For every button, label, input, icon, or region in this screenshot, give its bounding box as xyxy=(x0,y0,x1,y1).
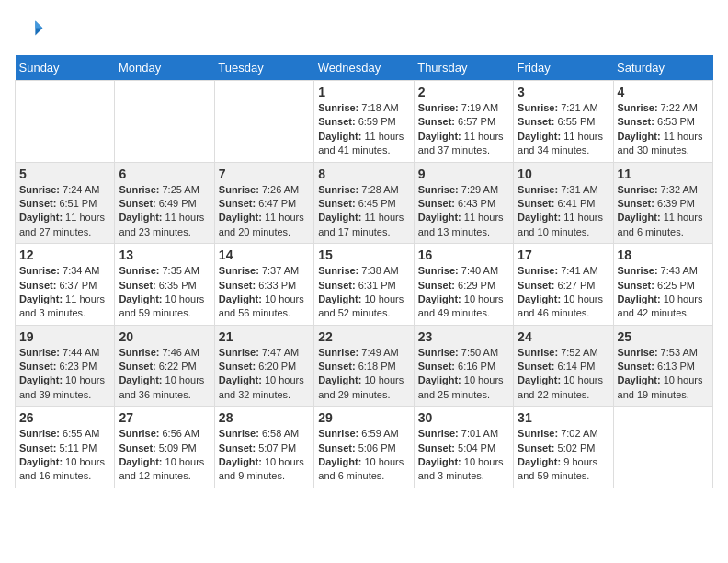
calendar-cell: 10Sunrise: 7:31 AMSunset: 6:41 PMDayligh… xyxy=(514,162,613,244)
logo xyxy=(15,15,48,44)
day-number: 16 xyxy=(418,247,509,262)
day-info-line: Daylight: 10 hours and 22 minutes. xyxy=(518,373,609,402)
day-number: 21 xyxy=(219,329,310,344)
day-info-line: Sunrise: 7:18 AM xyxy=(318,101,409,115)
day-info-line: Sunset: 6:23 PM xyxy=(19,360,110,373)
day-info-line: Sunrise: 6:58 AM xyxy=(219,427,310,441)
day-number: 23 xyxy=(418,329,509,344)
day-info-line: Sunset: 6:43 PM xyxy=(418,197,509,211)
day-of-week-header: Monday xyxy=(115,55,214,81)
day-info-line: Sunset: 6:35 PM xyxy=(119,279,210,293)
day-info-line: Daylight: 11 hours and 30 minutes. xyxy=(618,130,709,158)
day-info-line: Sunrise: 7:28 AM xyxy=(318,183,409,197)
day-number: 12 xyxy=(19,247,110,262)
day-info-line: Daylight: 11 hours and 6 minutes. xyxy=(618,211,709,239)
calendar-cell: 9Sunrise: 7:29 AMSunset: 6:43 PMDaylight… xyxy=(414,162,513,244)
day-info-line: Sunset: 6:31 PM xyxy=(318,279,409,293)
day-info-line: Sunset: 6:59 PM xyxy=(318,115,409,129)
calendar-cell xyxy=(16,81,115,163)
day-info-line: Daylight: 11 hours and 27 minutes. xyxy=(19,211,110,239)
day-info-line: Sunset: 6:47 PM xyxy=(219,197,310,211)
calendar-cell: 27Sunrise: 6:56 AMSunset: 5:09 PMDayligh… xyxy=(115,407,214,488)
day-info-line: Daylight: 10 hours and 46 minutes. xyxy=(518,293,609,321)
calendar-cell: 6Sunrise: 7:25 AMSunset: 6:49 PMDaylight… xyxy=(115,162,214,244)
day-info-line: Sunrise: 7:50 AM xyxy=(418,346,509,360)
day-info-line: Sunset: 6:25 PM xyxy=(618,279,709,293)
day-number: 9 xyxy=(418,167,509,181)
day-info-line: Sunrise: 7:52 AM xyxy=(518,346,609,360)
calendar-cell: 25Sunrise: 7:53 AMSunset: 6:13 PMDayligh… xyxy=(613,325,712,407)
day-info-line: Sunrise: 7:43 AM xyxy=(618,264,709,278)
day-info-line: Sunrise: 7:29 AM xyxy=(418,183,509,197)
day-info-line: Sunset: 6:53 PM xyxy=(618,115,709,129)
day-number: 10 xyxy=(518,167,609,181)
calendar-cell: 17Sunrise: 7:41 AMSunset: 6:27 PMDayligh… xyxy=(514,244,613,326)
day-info-line: Sunset: 6:37 PM xyxy=(19,279,110,293)
day-info-line: Sunset: 6:41 PM xyxy=(518,197,609,211)
day-info-line: Sunrise: 7:19 AM xyxy=(418,101,509,115)
day-info-line: Sunrise: 7:49 AM xyxy=(318,346,409,360)
day-info-line: Sunrise: 6:56 AM xyxy=(119,427,210,441)
day-of-week-header: Thursday xyxy=(414,55,513,81)
calendar-cell: 4Sunrise: 7:22 AMSunset: 6:53 PMDaylight… xyxy=(613,81,712,163)
day-number: 20 xyxy=(119,329,210,344)
day-info-line: Daylight: 10 hours and 12 minutes. xyxy=(119,455,210,484)
day-number: 2 xyxy=(418,85,509,99)
day-info-line: Daylight: 10 hours and 52 minutes. xyxy=(318,293,409,321)
day-number: 6 xyxy=(119,167,210,181)
day-info-line: Sunrise: 7:46 AM xyxy=(119,346,210,360)
logo-icon xyxy=(15,15,44,44)
day-number: 26 xyxy=(19,410,110,425)
day-info-line: Sunrise: 7:53 AM xyxy=(618,346,709,360)
day-number: 22 xyxy=(318,329,409,344)
day-info-line: Sunrise: 7:02 AM xyxy=(518,427,609,441)
day-info-line: Daylight: 9 hours and 59 minutes. xyxy=(518,455,609,484)
day-info-line: Daylight: 11 hours and 13 minutes. xyxy=(418,211,509,239)
calendar-table: SundayMondayTuesdayWednesdayThursdayFrid… xyxy=(15,55,713,488)
day-info-line: Daylight: 10 hours and 25 minutes. xyxy=(418,373,509,402)
day-info-line: Sunset: 5:06 PM xyxy=(318,442,409,455)
day-info-line: Daylight: 10 hours and 49 minutes. xyxy=(418,293,509,321)
day-number: 25 xyxy=(618,329,709,344)
day-number: 7 xyxy=(219,167,310,181)
day-number: 3 xyxy=(518,85,609,99)
day-number: 14 xyxy=(219,247,310,262)
calendar-cell: 7Sunrise: 7:26 AMSunset: 6:47 PMDaylight… xyxy=(214,162,313,244)
day-of-week-header: Sunday xyxy=(16,55,115,81)
day-info-line: Daylight: 10 hours and 29 minutes. xyxy=(318,373,409,402)
day-info-line: Sunset: 6:13 PM xyxy=(618,360,709,373)
day-info-line: Sunset: 6:45 PM xyxy=(318,197,409,211)
calendar-cell: 26Sunrise: 6:55 AMSunset: 5:11 PMDayligh… xyxy=(16,407,115,488)
day-info-line: Sunrise: 7:31 AM xyxy=(518,183,609,197)
day-number: 28 xyxy=(219,410,310,425)
day-info-line: Sunset: 6:29 PM xyxy=(418,279,509,293)
calendar-cell: 22Sunrise: 7:49 AMSunset: 6:18 PMDayligh… xyxy=(314,325,414,407)
calendar-week-row: 5Sunrise: 7:24 AMSunset: 6:51 PMDaylight… xyxy=(16,162,713,244)
calendar-cell: 23Sunrise: 7:50 AMSunset: 6:16 PMDayligh… xyxy=(414,325,513,407)
day-info-line: Sunset: 5:11 PM xyxy=(19,442,110,455)
calendar-cell: 15Sunrise: 7:38 AMSunset: 6:31 PMDayligh… xyxy=(314,244,414,326)
day-number: 29 xyxy=(318,410,409,425)
calendar-cell: 11Sunrise: 7:32 AMSunset: 6:39 PMDayligh… xyxy=(613,162,712,244)
day-info-line: Sunset: 6:20 PM xyxy=(219,360,310,373)
day-of-week-header: Saturday xyxy=(613,55,712,81)
day-of-week-header: Friday xyxy=(514,55,613,81)
day-info-line: Sunset: 6:16 PM xyxy=(418,360,509,373)
calendar-week-row: 19Sunrise: 7:44 AMSunset: 6:23 PMDayligh… xyxy=(16,325,713,407)
day-number: 11 xyxy=(618,167,709,181)
day-info-line: Daylight: 10 hours and 59 minutes. xyxy=(119,293,210,321)
svg-marker-1 xyxy=(35,20,42,28)
calendar-cell: 30Sunrise: 7:01 AMSunset: 5:04 PMDayligh… xyxy=(414,407,513,488)
day-info-line: Daylight: 10 hours and 16 minutes. xyxy=(19,455,110,484)
day-info-line: Daylight: 10 hours and 3 minutes. xyxy=(418,455,509,484)
calendar-cell: 21Sunrise: 7:47 AMSunset: 6:20 PMDayligh… xyxy=(214,325,313,407)
day-info-line: Sunrise: 7:40 AM xyxy=(418,264,509,278)
day-info-line: Sunset: 6:57 PM xyxy=(418,115,509,129)
day-number: 24 xyxy=(518,329,609,344)
day-number: 18 xyxy=(618,247,709,262)
day-info-line: Sunset: 6:18 PM xyxy=(318,360,409,373)
day-info-line: Daylight: 11 hours and 20 minutes. xyxy=(219,211,310,239)
calendar-cell: 13Sunrise: 7:35 AMSunset: 6:35 PMDayligh… xyxy=(115,244,214,326)
calendar-header-row: SundayMondayTuesdayWednesdayThursdayFrid… xyxy=(16,55,713,81)
day-number: 31 xyxy=(518,410,609,425)
